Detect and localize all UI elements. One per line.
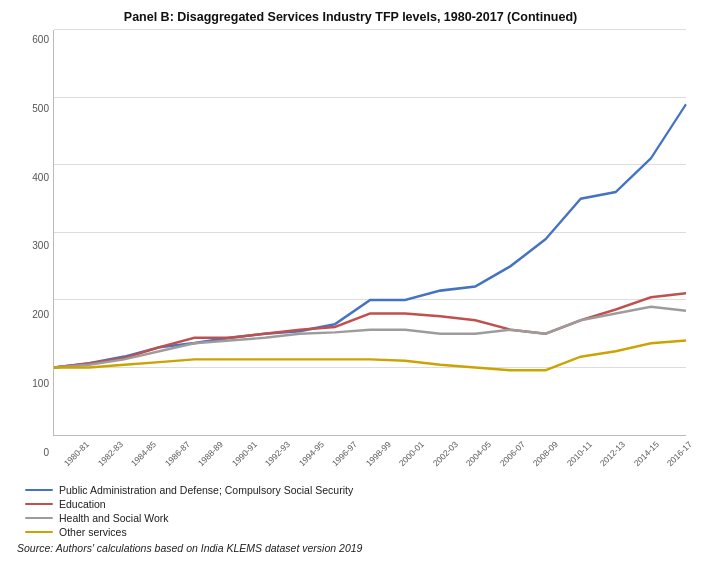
y-label-400: 400	[32, 172, 49, 183]
y-label-500: 500	[32, 103, 49, 114]
x-label: 1988-89	[196, 440, 224, 468]
y-label-100: 100	[32, 378, 49, 389]
x-label: 1998-99	[363, 440, 391, 468]
legend-line-education	[25, 503, 53, 505]
x-label: 1986-87	[162, 440, 190, 468]
legend-item-health: Health and Social Work	[25, 512, 686, 524]
y-label-600: 600	[32, 34, 49, 45]
legend-label-other: Other services	[59, 526, 127, 538]
x-label: 2006-07	[497, 440, 525, 468]
legend-line-public-admin	[25, 489, 53, 491]
x-axis: 1980-81 1982-83 1984-85 1986-87 1988-89 …	[53, 436, 686, 480]
legend-label-public-admin: Public Administration and Defense; Compu…	[59, 484, 353, 496]
legend-item-other: Other services	[25, 526, 686, 538]
y-label-0: 0	[43, 447, 49, 458]
x-label: 2004-05	[464, 440, 492, 468]
x-label: 1980-81	[62, 440, 90, 468]
x-label: 2002-03	[430, 440, 458, 468]
x-label: 1992-93	[263, 440, 291, 468]
chart-lines	[54, 30, 686, 435]
y-label-200: 200	[32, 309, 49, 320]
chart-source: Source: Authors' calculations based on I…	[15, 542, 686, 554]
y-axis: 600 500 400 300 200 100 0	[15, 30, 53, 480]
legend-line-health	[25, 517, 53, 519]
x-label: 1996-97	[330, 440, 358, 468]
x-label: 2010-11	[564, 440, 592, 468]
x-label: 1982-83	[95, 440, 123, 468]
y-label-300: 300	[32, 240, 49, 251]
x-label: 2014-15	[631, 440, 659, 468]
legend-label-health: Health and Social Work	[59, 512, 169, 524]
legend-line-other	[25, 531, 53, 533]
chart-title: Panel B: Disaggregated Services Industry…	[15, 10, 686, 24]
chart-legend: Public Administration and Defense; Compu…	[15, 484, 686, 538]
x-label: 2012-13	[598, 440, 626, 468]
legend-item-public-admin: Public Administration and Defense; Compu…	[25, 484, 686, 496]
x-label: 1990-91	[229, 440, 257, 468]
x-label: 2008-09	[531, 440, 559, 468]
x-label: 1994-95	[296, 440, 324, 468]
x-label: 2016-17	[665, 440, 693, 468]
x-label: 2000-01	[397, 440, 425, 468]
legend-item-education: Education	[25, 498, 686, 510]
legend-label-education: Education	[59, 498, 106, 510]
x-label: 1984-85	[129, 440, 157, 468]
chart-plot-area	[53, 30, 686, 436]
